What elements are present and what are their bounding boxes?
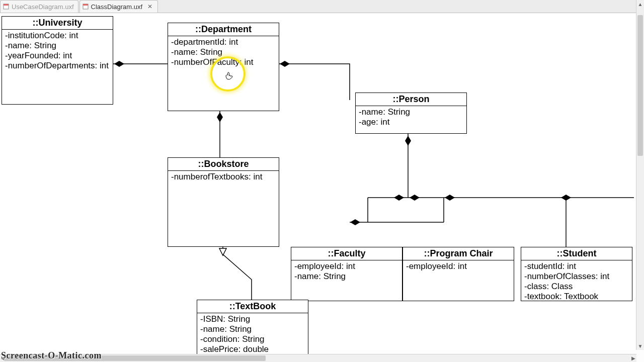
class-faculty[interactable]: ::Faculty -employeeId: int -name: String (291, 247, 403, 301)
attr: -studentId: int (524, 261, 629, 272)
scroll-up-arrow-icon[interactable]: ▲ (637, 1, 643, 7)
class-department[interactable]: ::Department -departmentId: int -name: S… (168, 23, 279, 111)
class-attrs: -employeeId: int (403, 260, 514, 274)
svg-rect-3 (83, 4, 88, 6)
attr: -class: Class (524, 282, 629, 292)
attr: -yearFounded: int (5, 51, 110, 61)
attr: -name: String (359, 107, 463, 117)
scroll-thumb[interactable] (637, 15, 643, 156)
class-title: ::Faculty (291, 247, 402, 260)
class-person[interactable]: ::Person -name: String -age: int (355, 93, 467, 134)
class-attrs: -studentId: int -numberOfClasses: int -c… (521, 260, 632, 304)
class-title: ::Person (356, 93, 466, 106)
svg-rect-1 (4, 4, 9, 6)
screencast-watermark: Screencast-O-Matic.com (1, 350, 102, 361)
attr: -numberOfDepartments: int (5, 61, 110, 71)
tab-label: ClassDiagram.uxf (91, 3, 143, 11)
tab-classdiagram[interactable]: ClassDiagram.uxf ✕ (79, 0, 158, 13)
class-attrs: -departmentId: int -name: String -number… (168, 36, 279, 69)
class-university[interactable]: ::University -institutionCode: int -name… (2, 16, 113, 105)
tab-usecase[interactable]: UseCaseDiagram.uxf (0, 0, 78, 13)
attr: -numberOfFaculty: int (171, 57, 276, 67)
svg-marker-7 (219, 248, 226, 255)
file-icon (3, 3, 10, 10)
class-title: ::TextBook (197, 300, 308, 313)
attr: -employeeId: int (406, 261, 511, 272)
scroll-right-arrow-icon[interactable]: ▶ (630, 355, 636, 361)
attr: -institutionCode: int (5, 31, 110, 41)
class-bookstore[interactable]: ::Bookstore -numberofTextbooks: int (168, 157, 279, 247)
attr: -ISBN: String (200, 314, 305, 324)
attr: -condition: String (200, 334, 305, 344)
attr: -name: String (5, 41, 110, 51)
scroll-down-arrow-icon[interactable]: ▼ (637, 343, 643, 349)
class-textbook[interactable]: ::TextBook -ISBN: String -name: String -… (197, 300, 308, 362)
attr: -employeeId: int (294, 261, 399, 272)
attr: -textbook: Textbook (524, 292, 629, 302)
class-attrs: -employeeId: int -name: String (291, 260, 402, 284)
attr: -name: String (200, 324, 305, 334)
class-program-chair[interactable]: ::Program Chair -employeeId: int (403, 247, 514, 301)
attr: -salePrice: double (200, 344, 305, 354)
editor-tabbar: UseCaseDiagram.uxf ClassDiagram.uxf ✕ (0, 0, 636, 13)
class-title: ::Department (168, 23, 279, 36)
attr: -name: String (294, 272, 399, 282)
class-title: ::Program Chair (403, 247, 514, 260)
class-student[interactable]: ::Student -studentId: int -numberOfClass… (521, 247, 632, 301)
vertical-scrollbar[interactable]: ▲ ▼ (636, 0, 644, 350)
attr: -age: int (359, 117, 463, 127)
file-icon (82, 3, 89, 10)
class-attrs: -ISBN: String -name: String -condition: … (197, 313, 308, 356)
attr: -departmentId: int (171, 37, 276, 47)
class-attrs: -numberofTextbooks: int (168, 171, 279, 184)
diagram-canvas[interactable]: ::University -institutionCode: int -name… (0, 13, 636, 350)
attr: -numberofTextbooks: int (171, 172, 276, 182)
class-title: ::Bookstore (168, 158, 279, 171)
class-attrs: -name: String -age: int (356, 106, 466, 129)
class-attrs: -institutionCode: int -name: String -yea… (2, 30, 113, 73)
attr: -name: String (171, 47, 276, 57)
class-title: ::Student (521, 247, 632, 260)
close-icon[interactable]: ✕ (146, 3, 153, 10)
class-title: ::University (2, 17, 113, 30)
attr: -numberOfClasses: int (524, 272, 629, 282)
tab-label: UseCaseDiagram.uxf (12, 3, 74, 11)
